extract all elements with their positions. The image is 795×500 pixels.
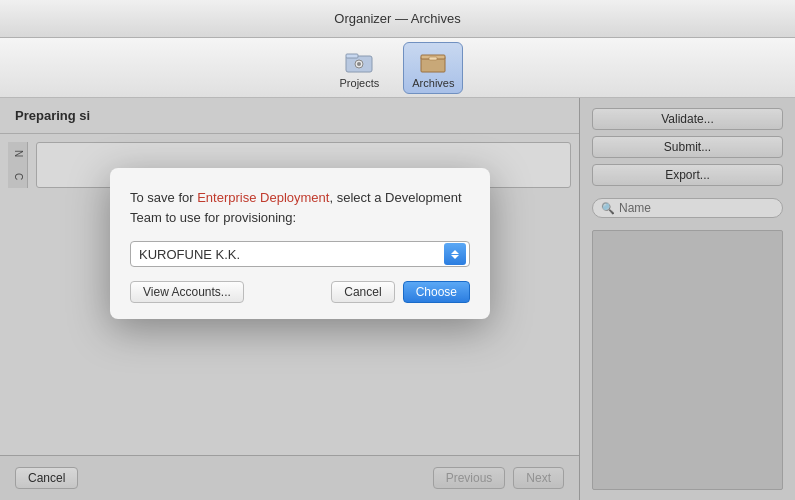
- svg-rect-6: [429, 57, 437, 60]
- dialog-cancel-button[interactable]: Cancel: [331, 281, 394, 303]
- toolbar: Projects Archives: [0, 38, 795, 98]
- view-accounts-button[interactable]: View Accounts...: [130, 281, 244, 303]
- main-content: Preparing si N C Cancel Previous Next Va…: [0, 98, 795, 500]
- svg-rect-1: [346, 54, 358, 58]
- dialog-message: To save for Enterprise Deployment, selec…: [130, 188, 470, 227]
- toolbar-item-archives[interactable]: Archives: [403, 42, 463, 94]
- dialog: To save for Enterprise Deployment, selec…: [110, 168, 490, 319]
- dropdown-container: KUROFUNE K.K.: [130, 241, 470, 267]
- dialog-enterprise-deployment: Enterprise Deployment: [197, 190, 329, 205]
- projects-label: Projects: [340, 77, 380, 89]
- choose-button[interactable]: Choose: [403, 281, 470, 303]
- archives-label: Archives: [412, 77, 454, 89]
- title-bar: Organizer — Archives: [0, 0, 795, 38]
- team-dropdown[interactable]: KUROFUNE K.K.: [130, 241, 470, 267]
- window-title: Organizer — Archives: [334, 11, 460, 26]
- archives-icon: [419, 47, 447, 75]
- dialog-message-prefix: To save for: [130, 190, 197, 205]
- toolbar-item-projects[interactable]: Projects: [332, 43, 388, 93]
- svg-point-3: [357, 62, 361, 66]
- dialog-buttons: View Accounts... Cancel Choose: [130, 281, 470, 303]
- projects-icon: [345, 47, 373, 75]
